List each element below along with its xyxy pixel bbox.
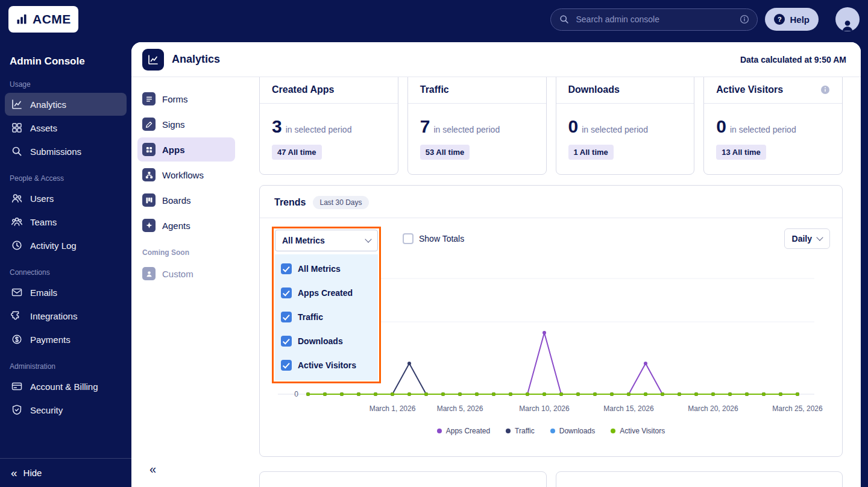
product-nav-label: Custom <box>162 269 193 279</box>
trends-title: Trends <box>274 197 306 208</box>
stat-alltime-badge: 47 All time <box>272 145 322 160</box>
metric-option-all-metrics[interactable]: All Metrics <box>275 257 378 281</box>
billing-icon <box>11 380 23 392</box>
sidebar-item-label: Assets <box>30 123 57 133</box>
product-nav-item-custom[interactable]: Custom <box>137 262 235 286</box>
sidebar-item-label: Emails <box>30 287 57 298</box>
product-nav-item-apps[interactable]: Apps <box>137 137 235 162</box>
double-chevron-left-icon: « <box>11 467 17 479</box>
admin-search-bar[interactable] <box>550 8 758 31</box>
legend-dot-icon <box>550 429 555 433</box>
legend-item-traffic: Traffic <box>506 427 535 435</box>
product-nav-label: Agents <box>162 221 190 231</box>
sidebar-item-integrations[interactable]: Integrations <box>5 304 127 327</box>
svg-text:March 20, 2026: March 20, 2026 <box>688 404 738 413</box>
product-nav-label: Workflows <box>162 170 204 180</box>
sidebar-item-emails[interactable]: Emails <box>5 281 127 304</box>
stat-alltime-badge: 53 All time <box>420 145 470 160</box>
checkbox-checked-icon[interactable] <box>281 287 292 298</box>
sidebar-section-label: People & Access <box>10 174 122 183</box>
user-avatar[interactable] <box>835 7 860 31</box>
stat-value: 3 <box>272 116 282 136</box>
metric-option-apps-created[interactable]: Apps Created <box>275 281 378 305</box>
sidebar-item-activity-log[interactable]: Activity Log <box>5 234 127 257</box>
metric-option-active-visitors[interactable]: Active Visitors <box>275 353 378 377</box>
content-area: Created Apps3in selected period47 All ti… <box>241 77 861 487</box>
product-nav-label: Boards <box>162 195 191 206</box>
sidebar-item-analytics[interactable]: Analytics <box>5 93 127 116</box>
checkbox-checked-icon[interactable] <box>281 263 292 274</box>
bottom-cards-row <box>259 471 843 487</box>
metric-select[interactable]: All Metrics <box>275 230 378 251</box>
product-nav-item-boards[interactable]: Boards <box>137 188 235 212</box>
hide-sidebar-button[interactable]: « Hide <box>0 458 131 487</box>
sidebar-item-teams[interactable]: Teams <box>5 210 127 233</box>
assets-icon <box>11 122 23 134</box>
legend-item-downloads: Downloads <box>550 427 595 435</box>
svg-text:March 1, 2026: March 1, 2026 <box>370 404 416 413</box>
metric-option-label: Apps Created <box>298 288 353 298</box>
activity-icon <box>11 239 23 251</box>
product-nav-item-signs[interactable]: Signs <box>137 112 235 136</box>
metric-select-label: All Metrics <box>282 236 325 245</box>
search-icon <box>559 14 570 25</box>
show-totals-checkbox[interactable]: Show Totals <box>403 233 464 244</box>
info-icon[interactable] <box>740 14 749 24</box>
product-nav-item-workflows[interactable]: Workflows <box>137 163 235 187</box>
stat-title-text: Downloads <box>568 84 620 95</box>
stat-card-created-apps: Created Apps3in selected period47 All ti… <box>259 77 398 175</box>
checkbox-checked-icon[interactable] <box>281 312 292 322</box>
stat-value: 7 <box>420 116 430 136</box>
product-nav-label: Forms <box>162 94 188 104</box>
chart-legend: Apps CreatedTrafficDownloadsActive Visit… <box>260 427 842 435</box>
stat-card-body: 0in selected period1 All time <box>556 104 694 172</box>
checkbox-checked-icon[interactable] <box>281 336 292 347</box>
bar-chart-logo-icon <box>16 13 28 25</box>
sidebar-item-label: Integrations <box>30 311 77 321</box>
acme-logo: ACME <box>8 6 78 33</box>
trends-header: Trends Last 30 Days <box>260 186 842 218</box>
stat-card-body: 3in selected period47 All time <box>260 104 398 172</box>
stat-period-label: in selected period <box>582 125 648 134</box>
sidebar-item-payments[interactable]: Payments <box>5 328 127 351</box>
main-panel: Analytics Data calculated at 9:50 AM For… <box>131 42 861 487</box>
metric-option-traffic[interactable]: Traffic <box>275 305 378 329</box>
sidebar-item-assets[interactable]: Assets <box>5 116 127 139</box>
product-nav-item-agents[interactable]: Agents <box>137 213 235 237</box>
payments-icon <box>11 333 23 345</box>
stat-card-title: Traffic <box>408 77 546 104</box>
search-input[interactable] <box>576 14 734 24</box>
stat-card-traffic: Traffic7in selected period53 All time <box>407 77 547 175</box>
product-nav: FormsSignsAppsWorkflowsBoardsAgentsComin… <box>131 77 241 487</box>
legend-dot-icon <box>506 429 511 433</box>
stat-card-title: Created Apps <box>260 77 398 104</box>
metric-option-downloads[interactable]: Downloads <box>275 329 378 353</box>
sidebar-item-label: Security <box>30 405 63 415</box>
info-icon[interactable] <box>820 85 830 95</box>
metric-option-label: Downloads <box>298 336 343 346</box>
checkbox-unchecked-icon[interactable] <box>403 233 414 244</box>
sidebar-item-label: Users <box>30 193 54 204</box>
sidebar-item-account-billing[interactable]: Account & Billing <box>5 375 127 398</box>
sidebar-item-label: Analytics <box>30 99 66 110</box>
legend-label: Active Visitors <box>620 427 665 435</box>
sidebar-item-submissions[interactable]: Submissions <box>5 140 127 163</box>
metric-option-label: All Metrics <box>298 264 341 274</box>
data-calculated-label: Data calculated at 9:50 AM <box>740 55 846 64</box>
product-nav-item-forms[interactable]: Forms <box>137 87 235 111</box>
help-button[interactable]: ? Help <box>765 8 819 31</box>
interval-select[interactable]: Daily <box>784 228 830 249</box>
bottom-card <box>556 471 843 487</box>
trends-card: Trends Last 30 Days Show Totals Daily <box>259 185 843 457</box>
sidebar-section-label: Administration <box>10 362 122 371</box>
collapse-nav-button[interactable]: « <box>131 456 241 481</box>
agents-icon <box>142 219 156 232</box>
svg-text:March 10, 2026: March 10, 2026 <box>519 404 570 413</box>
sidebar-item-security[interactable]: Security <box>5 398 127 421</box>
boards-icon <box>142 193 156 207</box>
checkbox-checked-icon[interactable] <box>281 360 292 371</box>
metric-menu: All MetricsApps CreatedTrafficDownloadsA… <box>275 254 378 380</box>
sidebar-sections: UsageAnalyticsAssetsSubmissionsPeople & … <box>0 80 131 421</box>
sidebar-item-users[interactable]: Users <box>5 187 127 210</box>
legend-dot-icon <box>437 429 442 433</box>
